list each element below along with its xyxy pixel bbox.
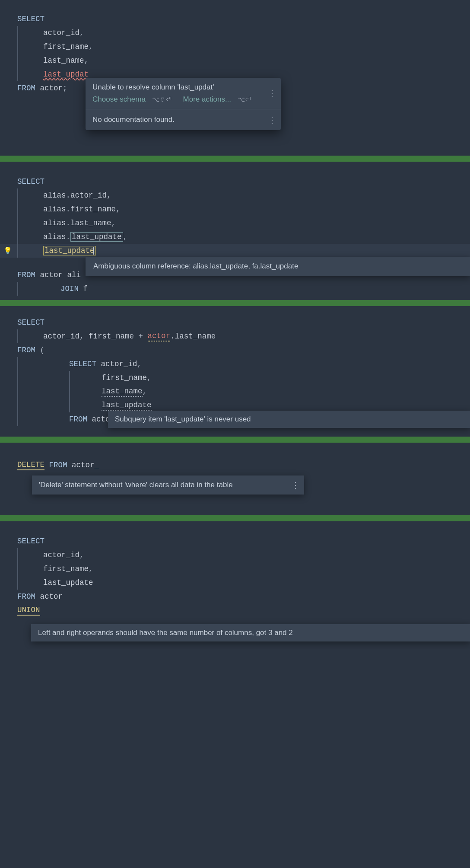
table-name: actor	[40, 84, 63, 93]
table: actor	[72, 461, 95, 469]
keyword-from: FROM	[49, 461, 67, 469]
column: first_name	[43, 42, 89, 51]
dot: .	[170, 332, 175, 341]
col: last_update	[43, 578, 93, 587]
col: last_name	[70, 219, 111, 227]
col: actor_id	[70, 191, 107, 200]
keyword-from: FROM	[17, 592, 35, 601]
keyword-from: FROM	[17, 84, 35, 93]
divider	[0, 300, 470, 306]
info-tooltip: Subquery item 'last_update' is never use…	[108, 411, 470, 428]
choose-schema-button[interactable]: Choose schema	[92, 95, 146, 103]
column-error[interactable]: last_updat	[43, 70, 89, 79]
inner-select: SELECT	[69, 360, 96, 368]
col: actor_id	[43, 332, 79, 341]
more-actions-button[interactable]: More actions...	[183, 95, 232, 103]
bulb-icon[interactable]: 💡	[3, 246, 12, 255]
alias: alias	[43, 219, 66, 227]
column: actor_id	[43, 29, 79, 37]
semicolon: ;	[63, 84, 67, 93]
warning-tooltip-delete: 'Delete' statement without 'where' clear…	[32, 475, 304, 495]
col: first_name	[89, 332, 134, 341]
col-unused[interactable]: last_name	[102, 387, 143, 397]
keyword-select: SELECT	[17, 318, 44, 327]
keyword-from: FROM	[17, 346, 35, 354]
keyword-from: FROM	[69, 415, 87, 424]
col: first_name	[43, 565, 89, 573]
keyword-select: SELECT	[17, 537, 44, 546]
divider	[0, 515, 470, 521]
keyword-delete[interactable]: DELETE	[17, 460, 44, 470]
no-documentation: No documentation found.	[92, 115, 175, 124]
keyword-union[interactable]: UNION	[17, 606, 40, 616]
lparen: (	[40, 346, 45, 354]
keyword-from: FROM	[17, 271, 35, 279]
keyword-select: SELECT	[17, 15, 44, 23]
warning-tooltip-union: Left and right operands should have the …	[31, 624, 470, 641]
alias: alias	[43, 191, 66, 200]
col: actor_id	[101, 360, 137, 368]
alias: alias	[43, 233, 66, 241]
keyword-join: JOIN	[60, 284, 79, 293]
caret-icon: _	[95, 461, 99, 469]
divider	[0, 156, 470, 162]
table: actor	[40, 592, 63, 601]
col: first_name	[70, 205, 116, 214]
col-unused[interactable]: last_update	[102, 401, 152, 411]
comma: ,	[79, 29, 84, 37]
alias-name: ali	[67, 271, 81, 279]
plus-op: +	[139, 332, 143, 341]
join-partial: f	[83, 284, 88, 293]
col-boxed: last_update	[70, 232, 123, 242]
divider	[0, 437, 470, 443]
keyword-select: SELECT	[17, 177, 44, 186]
table: actor	[40, 271, 63, 279]
error-tooltip: Unable to resolve column 'last_updat' ⋮ …	[86, 78, 281, 130]
comma: ,	[84, 56, 89, 65]
ambiguous-column[interactable]: last_update	[43, 246, 96, 255]
shortcut-label: ⌥⇧⏎	[152, 96, 172, 103]
warning-tooltip: Ambiguous column reference: alias.last_u…	[86, 257, 470, 276]
col: first_name	[102, 373, 147, 382]
err-col: last_name	[175, 332, 216, 341]
err-table[interactable]: actor	[148, 332, 171, 341]
shortcut-label: ⌥⏎	[238, 96, 251, 103]
col: actor_id	[43, 551, 79, 559]
tooltip-title: Unable to resolve column 'last_updat'	[92, 83, 214, 91]
column: last_name	[43, 56, 84, 65]
comma: ,	[89, 42, 93, 51]
alias: alias	[43, 205, 66, 214]
